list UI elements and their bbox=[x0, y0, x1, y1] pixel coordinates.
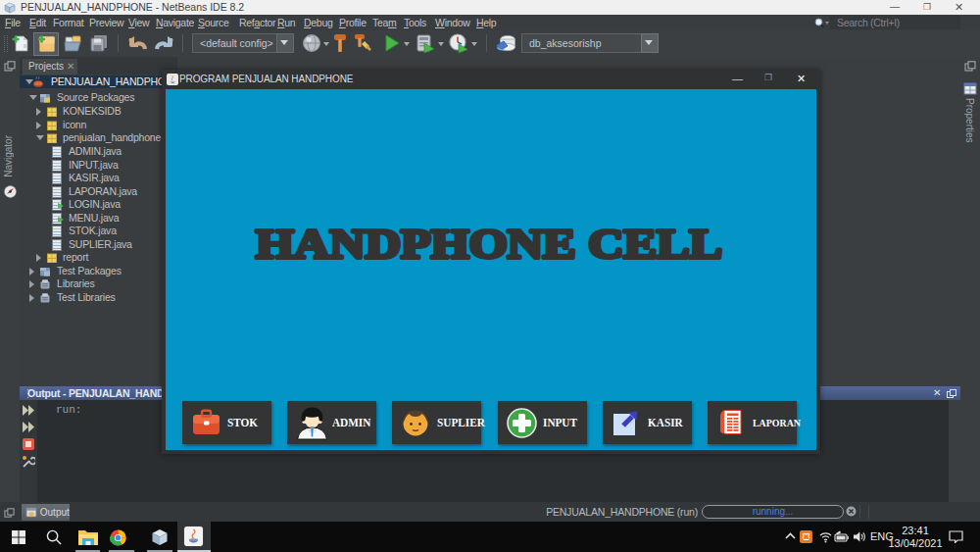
svg-text:HANDPHONE CELL: HANDPHONE CELL bbox=[256, 222, 722, 267]
